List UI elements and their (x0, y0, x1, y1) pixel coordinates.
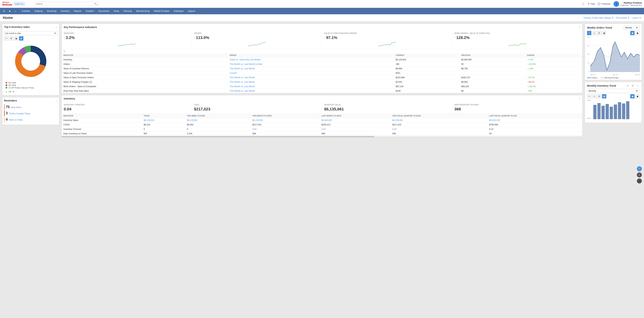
inv-row-3-week: 0 (185, 127, 250, 132)
kpi-previous-8: $0 (460, 89, 525, 93)
bar-chart-btn[interactable]: ▦ (14, 36, 18, 40)
inv-row-1-week[interactable]: $6,135,661 (185, 118, 250, 122)
reminder-count-2: 3 (6, 111, 8, 115)
nav-manufacturing[interactable]: Manufacturing (134, 8, 152, 14)
inv-row-1-last-month[interactable]: $5,945,987 (320, 118, 390, 122)
inv-row-1-last-fiscal-q[interactable]: $5,628,358 (488, 118, 582, 122)
drag-handle[interactable]: ⠿ (56, 26, 57, 29)
reminder-label-3[interactable]: Items to Order (9, 118, 23, 121)
monthly-line-btn[interactable]: 〜 (587, 94, 591, 98)
personalize-button[interactable]: Personalize ▼ (616, 16, 630, 19)
history-button[interactable]: 🕐 (582, 3, 584, 5)
inventory-drag-handle[interactable]: ⠿ (576, 95, 582, 102)
top5-title: Top 5 Inventory Sales (4, 26, 30, 30)
donut-chart-btn[interactable]: ◉ (19, 36, 24, 40)
reminder-label-1[interactable]: New Items (11, 106, 21, 108)
kpi-period-5[interactable]: This Month vs. Last Month (228, 76, 394, 80)
weekly-period-dropdown[interactable]: Weekly ▼ (624, 26, 640, 30)
inv-row-1-indicator: Inventory Value (62, 118, 142, 122)
nav-shipping[interactable]: Shipping (32, 8, 45, 14)
line-chart-btn[interactable]: 〜 (4, 36, 8, 40)
nav-documents[interactable]: Documents (96, 8, 112, 14)
monthly-menu-btn[interactable]: ⋮ (636, 84, 640, 88)
nav-reports[interactable]: Reports (72, 8, 84, 14)
info-float-btn[interactable]: ℹ (637, 172, 642, 178)
main-content: Top 5 Inventory Sales ⠿ this month to da… (0, 22, 644, 318)
nav-suiteapps[interactable]: SuiteApps (172, 8, 186, 14)
nav-planning[interactable]: Planning (121, 8, 134, 14)
nav-mobile-emulator[interactable]: Mobile Emulator (152, 8, 172, 14)
weekly-chart-icons: 〜 ∿ ☰ ▦ ◼ ◼ (585, 31, 642, 36)
weekly-filter-btn[interactable]: ☰ (597, 31, 601, 35)
monthly-refresh-btn[interactable]: ↺ (630, 84, 634, 88)
inv-row-1-fiscal-q[interactable]: $6,135,661 (390, 118, 488, 122)
y-label-60: 60 (585, 45, 589, 47)
help-button[interactable]: ❓ Help (587, 3, 595, 5)
reminder-label-2[interactable]: Orders Created Today (9, 112, 30, 115)
kpi-period-6[interactable]: This Month vs. Last Month (228, 80, 394, 84)
inv-row-3-fiscal-q[interactable]: 0.04 (390, 127, 488, 132)
inv-row-3-month[interactable]: 0.04 (250, 127, 320, 132)
kpi-period-2[interactable]: This Month vs. Last Month to Date (228, 62, 394, 66)
nav-activities[interactable]: Activities (20, 8, 32, 14)
kpi-table-toggle[interactable]: ▼ (62, 49, 582, 53)
monthly-y-label-7m: 7.00M (585, 100, 591, 101)
middle-column: Key Performance Indicators ⠿ INVENTORY ↑… (62, 24, 582, 316)
kpi-period-1[interactable]: Today vs. Same Day Last Month (228, 58, 394, 62)
period-dropdown[interactable]: this month to date ▼ (4, 31, 57, 35)
search-bar[interactable]: 🔍 (34, 2, 98, 6)
nav-home-button[interactable]: ⌂ (13, 8, 18, 14)
kpi-period-4[interactable]: Current (228, 71, 394, 76)
nav-refresh-button[interactable]: ↺ (2, 8, 6, 14)
kpi-period-8[interactable]: This Month vs. Last Month (228, 89, 394, 93)
kpi-period-3[interactable]: This Month vs. Last Month (228, 66, 394, 71)
portlet-date-settings[interactable]: Viewing: Portlet date settings ▼ (584, 16, 614, 19)
monthly-expand-btn[interactable]: ↗ (626, 84, 630, 88)
weekly-line2-btn[interactable]: ∿ (592, 31, 596, 35)
kpi-period-7[interactable]: This Month vs. Last Month (228, 84, 394, 89)
inv-row-1-month[interactable]: $6,135,661 (250, 118, 320, 122)
calculator-float-btn[interactable]: ⬛ (637, 178, 642, 184)
filter-btn[interactable]: ☰ (9, 36, 14, 40)
kpi-up-arrow-1: ↑ (64, 36, 65, 39)
table-row: Orders This Month vs. Last Month to Date… (62, 62, 582, 66)
monthly-color-btn[interactable]: ◼ (630, 94, 634, 98)
nav-setup[interactable]: Setup (112, 8, 121, 14)
monthly-line2-btn[interactable]: ∿ (592, 94, 596, 98)
monthly-period-dropdown[interactable]: Monthly ▼ (587, 89, 640, 93)
weekly-color-btn[interactable]: ◼ (630, 31, 634, 35)
reminders-drag-handle[interactable]: ⠿ (56, 100, 57, 103)
kpi-change-6: ↓ 49.1% (525, 80, 582, 84)
svg-rect-15 (598, 103, 600, 119)
nav-analytics[interactable]: Analytics (84, 8, 96, 14)
kpi-title: Key Performance Indicators (62, 24, 99, 30)
monthly-filter-btn[interactable]: ☰ (597, 94, 601, 98)
kpi-col-indicator: INDICATOR (62, 53, 228, 58)
monthly-bar-btn[interactable]: ▦ (602, 94, 606, 98)
top5-inventory-panel: Top 5 Inventory Sales ⠿ this month to da… (2, 24, 59, 96)
monthly-color2-btn[interactable]: ◼ (635, 94, 640, 98)
inv-kpi-days: DAYS INVENTORY ON HAND 368 (452, 102, 582, 114)
help-float-btn[interactable]: ? (637, 166, 642, 171)
history-icon: 🕐 (582, 3, 584, 5)
weekly-bar-btn[interactable]: ▦ (602, 31, 606, 35)
kpi-drag-handle[interactable]: ⠿ (576, 24, 582, 30)
nav-inventory[interactable]: Inventory (58, 8, 72, 14)
feedback-button[interactable]: 💬 Feedback (598, 3, 610, 5)
weekly-line-btn[interactable]: 〜 (587, 31, 591, 35)
weekly-color2-btn[interactable]: ◼ (635, 31, 640, 35)
kpi-indicator-6: Value of Shipping Charges (2) (62, 80, 228, 84)
right-column: Weekly Orders Trend Weekly ▼ 〜 ∿ ☰ ▦ ◼ ◼… (585, 24, 642, 316)
nav-favorites-button[interactable]: ★ (7, 8, 12, 14)
nav-support[interactable]: Support (186, 8, 197, 14)
inv-value-days: 368 (454, 107, 580, 112)
inv-row-3-last-month[interactable]: 0.03 (320, 127, 390, 132)
horizontal-scrollbar[interactable] (62, 136, 582, 137)
table-row: Value of Late Purchase Orders Current $2… (62, 71, 582, 76)
search-input[interactable] (36, 3, 94, 5)
inv-col-indicator: INDICATOR (62, 114, 142, 118)
nav-receiving[interactable]: Receiving (45, 8, 58, 14)
scrollbar-thumb[interactable] (62, 136, 374, 137)
inv-row-1-today[interactable]: $6,135,661 (142, 118, 185, 122)
layout-button[interactable]: Layout ▼ (632, 16, 641, 19)
